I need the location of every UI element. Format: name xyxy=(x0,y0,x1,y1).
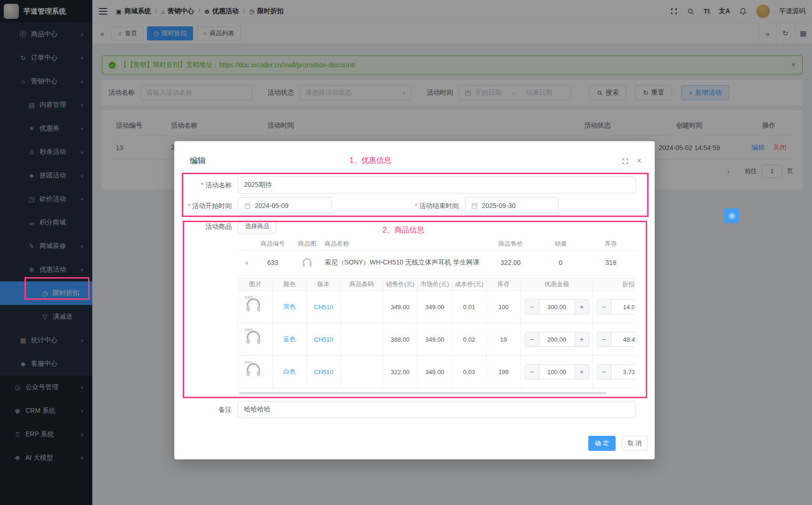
discount-amount-value[interactable]: 200.00 xyxy=(539,332,575,346)
column-header: 销售价(元) xyxy=(383,278,418,290)
decrease-button[interactable]: − xyxy=(597,300,611,314)
cell-sku-stock: 100 xyxy=(487,291,521,323)
edit-dialog: 编辑 × 活动名称 2025期待 活动开始时间 2024-05-09 活动结束时… xyxy=(174,141,655,459)
column-header: 优惠金额 xyxy=(521,278,593,290)
column-header: 销量 xyxy=(536,240,585,248)
cell-sku-price: 388.00 xyxy=(383,323,418,355)
cell-sku-barcode xyxy=(341,323,383,355)
discount-percent-value[interactable]: 14.0 xyxy=(611,300,634,314)
increase-button[interactable]: + xyxy=(575,332,589,346)
remark-field-label: 备注 xyxy=(184,401,232,418)
column-header: 版本 xyxy=(307,278,341,290)
dialog-fullscreen-icon[interactable] xyxy=(622,158,629,165)
cell-product-id: 633 xyxy=(256,259,290,266)
sku-color-link[interactable]: 黑色 xyxy=(284,303,296,311)
cell-sku-stock: 19 xyxy=(487,323,521,355)
column-header: 库存 xyxy=(487,278,521,290)
brand-label: SONY xyxy=(244,361,253,364)
discount-percent-stepper: − 48.4 + xyxy=(597,332,634,347)
cell-sku-version: CH510 xyxy=(307,323,341,355)
cell-sku-cost-price: 0.01 xyxy=(452,291,487,323)
end-time-field[interactable]: 2025-09-30 xyxy=(465,197,559,214)
activity-product-label: 活动商品 xyxy=(184,219,232,233)
product-table: 商品编号商品图商品名称商品售价销量库存 ∨ 633 索尼（SONY）WH-CH5… xyxy=(238,238,637,275)
sku-table-header: 图片颜色版本商品条码销售价(元)市场价(元)成本价(元)库存优惠金额折扣百分比 xyxy=(238,278,634,291)
sku-color-link[interactable]: 白色 xyxy=(284,368,296,376)
column-header: 商品条码 xyxy=(341,278,383,290)
decrease-button[interactable]: − xyxy=(525,300,539,314)
confirm-button[interactable]: 确 定 xyxy=(588,436,616,451)
discount-amount-value[interactable]: 100.00 xyxy=(539,365,575,379)
discount-percent-value[interactable]: 3.73 xyxy=(611,365,634,379)
horizontal-scrollbar-thumb[interactable] xyxy=(239,392,606,394)
discount-percent-stepper: − 14.0 + xyxy=(597,299,634,314)
sku-version-link[interactable]: CH510 xyxy=(314,336,333,343)
calendar-icon xyxy=(244,202,251,209)
start-time-field-label: 活动开始时间 xyxy=(174,197,232,214)
column-header: 图片 xyxy=(238,278,273,290)
decrease-button[interactable]: − xyxy=(597,332,611,346)
cell-discount-amount: − 200.00 + xyxy=(521,323,593,355)
cell-sku-price: 322.00 xyxy=(383,356,418,388)
cell-sku-market-price: 349.00 xyxy=(418,291,452,323)
dialog-close-icon[interactable]: × xyxy=(637,156,641,166)
end-time-field-label: 活动结束时间 xyxy=(401,197,459,214)
sku-row: SONY 白色 CH510 322.00 349.00 0.03 199 − 1… xyxy=(238,356,634,388)
cell-sku-image: SONY xyxy=(238,323,273,355)
product-table-header: 商品编号商品图商品名称商品售价销量库存 xyxy=(238,238,637,250)
discount-amount-stepper: − 100.00 + xyxy=(525,364,589,379)
cell-sku-price: 349.00 xyxy=(383,291,418,323)
increase-button[interactable]: + xyxy=(575,365,589,379)
activity-name-field[interactable]: 2025期待 xyxy=(238,176,636,193)
cell-sku-version: CH510 xyxy=(307,291,341,323)
cell-product-name: 索尼（SONY）WH-CH510 无线立体声耳机 学生网课 xyxy=(325,258,485,267)
sku-table-scroll-area: 图片颜色版本商品条码销售价(元)市场价(元)成本价(元)库存优惠金额折扣百分比 … xyxy=(238,278,634,391)
discount-amount-stepper: − 200.00 + xyxy=(525,332,589,347)
cell-product-stock: 318 xyxy=(585,259,637,266)
cell-sku-barcode xyxy=(341,356,383,388)
cell-sku-image: SONY xyxy=(238,291,273,323)
cell-product-price: 322.00 xyxy=(485,259,536,266)
increase-button[interactable]: + xyxy=(575,300,589,314)
decrease-button[interactable]: − xyxy=(525,332,539,346)
sku-row: SONY 黑色 CH510 349.00 349.00 0.01 100 − 3… xyxy=(238,291,634,323)
remark-field[interactable]: 哈哈哈哈 xyxy=(238,401,636,418)
expand-row-icon[interactable]: ∨ xyxy=(238,260,256,266)
sku-version-link[interactable]: CH510 xyxy=(314,304,333,311)
brand-label: SONY xyxy=(244,328,253,331)
discount-percent-value[interactable]: 48.4 xyxy=(611,332,634,346)
cell-sku-version: CH510 xyxy=(307,356,341,388)
column-header: 商品图 xyxy=(290,240,325,248)
cell-sku-color: 白色 xyxy=(273,356,307,388)
discount-percent-stepper: − 3.73 + xyxy=(597,364,634,379)
sku-table: 图片颜色版本商品条码销售价(元)市场价(元)成本价(元)库存优惠金额折扣百分比 … xyxy=(238,278,634,388)
column-header: 成本价(元) xyxy=(452,278,487,290)
decrease-button[interactable]: − xyxy=(597,365,611,379)
gear-icon xyxy=(728,212,736,220)
start-time-field[interactable]: 2024-05-09 xyxy=(238,197,332,214)
cell-sku-cost-price: 0.03 xyxy=(452,356,487,388)
cell-sku-image: SONY xyxy=(238,356,273,388)
product-table-row: ∨ 633 索尼（SONY）WH-CH510 无线立体声耳机 学生网课 322.… xyxy=(238,250,637,275)
discount-amount-value[interactable]: 300.00 xyxy=(539,300,575,314)
cell-product-sales: 0 xyxy=(536,259,585,266)
decrease-button[interactable]: − xyxy=(525,365,539,379)
sku-color-link[interactable]: 蓝色 xyxy=(284,335,296,344)
sku-table-body: SONY 黑色 CH510 349.00 349.00 0.01 100 − 3… xyxy=(238,291,634,388)
annotation-label-discount-info: 1、优惠信息 xyxy=(349,156,391,166)
cell-sku-color: 蓝色 xyxy=(273,323,307,355)
discount-amount-stepper: − 300.00 + xyxy=(525,299,589,314)
cell-sku-market-price: 349.00 xyxy=(418,323,452,355)
column-header: 市场价(元) xyxy=(418,278,452,290)
cancel-button[interactable]: 取 消 xyxy=(622,436,648,451)
column-header: 折扣百分比 xyxy=(593,278,634,290)
sku-version-link[interactable]: CH510 xyxy=(314,369,333,376)
column-header: 商品名称 xyxy=(325,240,485,248)
cell-discount-amount: − 300.00 + xyxy=(521,291,593,323)
settings-gear-button[interactable] xyxy=(724,208,739,223)
headphones-image xyxy=(301,257,313,269)
column-header: 库存 xyxy=(585,240,637,248)
select-product-button[interactable]: 选择商品 xyxy=(238,219,276,233)
cell-sku-stock: 199 xyxy=(487,356,521,388)
annotation-label-product-info: 2、商品信息 xyxy=(382,225,424,235)
